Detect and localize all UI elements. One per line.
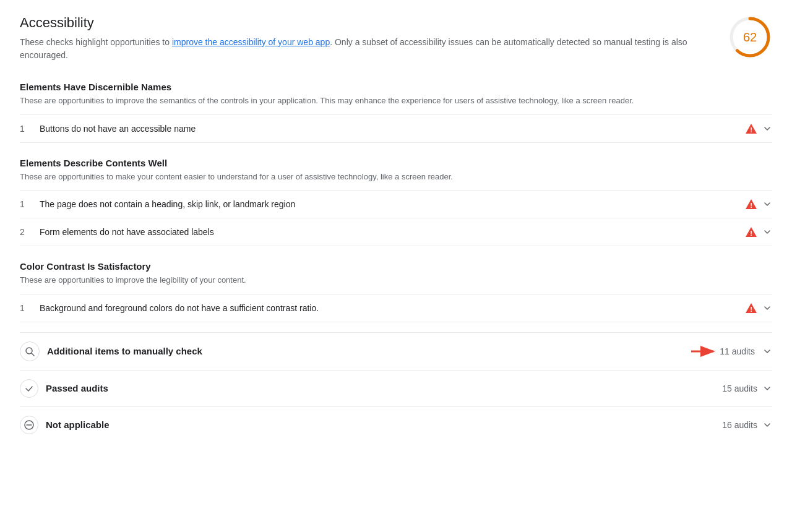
- audit-label-form: Form elements do not have associated lab…: [40, 227, 745, 237]
- description-text-1: These checks highlight opportunities to: [20, 37, 172, 47]
- audit-actions-form: !: [745, 226, 772, 238]
- audit-actions-1: !: [745, 122, 772, 135]
- audit-actions-contrast: !: [745, 302, 772, 314]
- svg-text:!: !: [750, 306, 752, 313]
- manual-check-label: Additional items to manually check: [47, 346, 690, 356]
- svg-text:!: !: [750, 202, 752, 209]
- page-description: These checks highlight opportunities to …: [20, 36, 700, 62]
- warning-icon-contrast: !: [745, 302, 757, 314]
- audit-row-heading[interactable]: 1 The page does not contain a heading, s…: [20, 190, 772, 218]
- page-title: Accessibility: [20, 15, 700, 31]
- warning-icon-form: !: [745, 226, 757, 238]
- section-discernible-names: Elements Have Discernible Names These ar…: [20, 77, 772, 143]
- section-title-describe: Elements Describe Contents Well: [20, 158, 772, 168]
- check-icon: [20, 379, 38, 398]
- passed-audits-row[interactable]: Passed audits 15 audits: [20, 370, 772, 406]
- audit-label-contrast: Background and foreground colors do not …: [40, 303, 745, 313]
- chevron-down-contrast[interactable]: [762, 303, 772, 313]
- red-arrow-icon: [690, 343, 717, 359]
- chevron-down-form[interactable]: [762, 227, 772, 237]
- chevron-down-1[interactable]: [762, 124, 772, 134]
- warning-icon-heading: !: [745, 198, 757, 210]
- header-text: Accessibility These checks highlight opp…: [20, 15, 700, 62]
- score-number: 62: [743, 30, 757, 45]
- na-count: 16 audits: [722, 420, 757, 430]
- manual-check-row[interactable]: Additional items to manually check 11 au…: [20, 332, 772, 370]
- section-describe-contents: Elements Describe Contents Well These ar…: [20, 153, 772, 247]
- svg-line-11: [32, 353, 34, 356]
- svg-text:!: !: [750, 126, 752, 134]
- audit-row-contrast[interactable]: 1 Background and foreground colors do no…: [20, 294, 772, 322]
- audit-number-1: 1: [20, 124, 40, 134]
- chevron-down-na[interactable]: [762, 420, 772, 430]
- section-header-color: Color Contrast Is Satisfactory These are…: [20, 256, 772, 291]
- audit-label-buttons: Buttons do not have an accessible name: [40, 124, 745, 134]
- section-desc-color: These are opportunities to improve the l…: [20, 274, 772, 286]
- audit-row-buttons[interactable]: 1 Buttons do not have an accessible name…: [20, 114, 772, 143]
- audit-number-form: 2: [20, 227, 40, 237]
- section-title-color: Color Contrast Is Satisfactory: [20, 261, 772, 272]
- audit-row-form-labels[interactable]: 2 Form elements do not have associated l…: [20, 218, 772, 246]
- section-header-describe: Elements Describe Contents Well These ar…: [20, 153, 772, 188]
- section-desc-describe: These are opportunities to make your con…: [20, 171, 772, 183]
- chevron-down-heading[interactable]: [762, 199, 772, 209]
- search-icon: [20, 341, 40, 361]
- minus-circle-icon: [20, 416, 38, 434]
- section-desc-discernible: These are opportunities to improve the s…: [20, 95, 772, 107]
- manual-check-right: 11 audits: [690, 343, 772, 359]
- chevron-down-passed[interactable]: [762, 384, 772, 393]
- svg-text:!: !: [750, 230, 752, 237]
- audit-actions-heading: !: [745, 198, 772, 210]
- page-header: Accessibility These checks highlight opp…: [20, 15, 772, 62]
- audit-number-contrast: 1: [20, 303, 40, 313]
- passed-label: Passed audits: [46, 383, 722, 393]
- accessibility-link[interactable]: improve the accessibility of your web ap…: [172, 37, 330, 47]
- section-header-discernible: Elements Have Discernible Names These ar…: [20, 77, 772, 112]
- not-applicable-row[interactable]: Not applicable 16 audits: [20, 406, 772, 443]
- score-circle: 62: [728, 15, 772, 59]
- audit-label-heading: The page does not contain a heading, ski…: [40, 199, 745, 209]
- na-label: Not applicable: [46, 419, 722, 430]
- section-color-contrast: Color Contrast Is Satisfactory These are…: [20, 256, 772, 322]
- section-title-discernible: Elements Have Discernible Names: [20, 82, 772, 92]
- warning-icon-1: !: [745, 122, 757, 135]
- passed-count: 15 audits: [722, 384, 757, 393]
- chevron-down-manual[interactable]: [762, 346, 772, 356]
- audit-number-heading: 1: [20, 199, 40, 209]
- manual-check-count: 11 audits: [720, 346, 755, 356]
